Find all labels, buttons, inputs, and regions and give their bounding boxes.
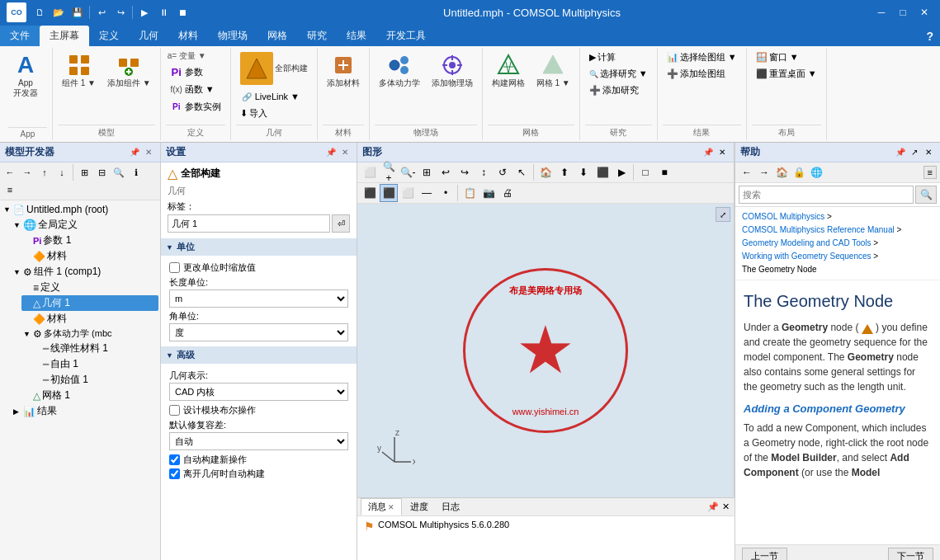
tree-comp1[interactable]: ▼ ⚙ 组件 1 (comp1) <box>12 264 158 280</box>
messages-pin-button[interactable]: 📌 <box>706 500 720 514</box>
repair-tol-select[interactable]: 自动手动 <box>169 432 348 450</box>
qa-save-button[interactable]: 💾 <box>68 3 87 21</box>
add-plot-button[interactable]: ➕ 添加绘图组 <box>663 66 730 82</box>
length-unit-select[interactable]: mcmmm <box>169 289 348 308</box>
nav-forward-button[interactable]: → <box>19 164 35 181</box>
build-mesh-button[interactable]: 构建网格 <box>488 49 529 91</box>
qa-stop-button[interactable]: ⏹ <box>173 3 191 21</box>
qa-new-button[interactable]: 🗋 <box>31 3 49 21</box>
params-button[interactable]: Pi 参数 <box>166 64 207 80</box>
select-study-button[interactable]: 🔍 选择研究 ▼ <box>585 66 652 82</box>
panel-close-button[interactable]: ✕ <box>142 146 155 159</box>
livelink-button[interactable]: 🔗 LiveLink ▼ <box>236 88 304 105</box>
gfx-sel-boundaries[interactable]: ⬜ <box>399 184 417 202</box>
messages-tab-progress[interactable]: 进度 <box>404 499 435 515</box>
tree-geom1[interactable]: △ 几何 1 <box>21 295 158 311</box>
select-plot-button[interactable]: 📊 选择绘图组 ▼ <box>663 49 741 65</box>
breadcrumb-geometry-sequences[interactable]: Working with Geometry Sequences <box>742 252 872 261</box>
scale-checkbox-input[interactable] <box>169 262 180 273</box>
settings-label-apply-button[interactable]: ⏎ <box>332 214 350 233</box>
help-menu-button[interactable]: ≡ <box>923 166 937 179</box>
help-home-button[interactable]: 🏠 <box>773 164 790 181</box>
gfx-orbit[interactable]: ↺ <box>494 163 512 181</box>
units-section-header[interactable]: ▼ 单位 <box>161 238 357 256</box>
advanced-section-header[interactable]: ▼ 高级 <box>161 346 357 364</box>
gfx-next-view[interactable]: ↪ <box>456 163 474 181</box>
messages-close-button[interactable]: ✕ <box>720 500 731 514</box>
messages-tab-log[interactable]: 日志 <box>435 499 466 515</box>
tree-free1[interactable]: ━ 自由 1 <box>31 356 158 372</box>
tab-devtools[interactable]: 开发工具 <box>376 26 436 46</box>
help-undock-button[interactable]: ↗ <box>908 146 921 159</box>
multibody-dynamics-button[interactable]: 多体动力学 <box>375 49 424 91</box>
help-close-button[interactable]: ✕ <box>922 146 935 159</box>
help-search-input[interactable] <box>739 186 914 204</box>
messages-tab-close[interactable]: ✕ <box>388 503 394 511</box>
settings-label-input[interactable] <box>168 214 330 233</box>
add-study-button[interactable]: ➕ 添加研究 <box>585 82 643 98</box>
gfx-select-all[interactable]: ⬛ <box>361 184 379 202</box>
function-button[interactable]: f(x) 函数 ▼ <box>166 81 219 97</box>
gfx-view-front[interactable]: ⬛ <box>593 163 612 181</box>
breadcrumb-ref-manual[interactable]: COMSOL Multiphysics Reference Manual <box>742 225 895 234</box>
panel-pin-button[interactable]: 📌 <box>128 146 141 159</box>
gfx-sel-points[interactable]: • <box>437 184 455 202</box>
expand-all-button[interactable]: ⊞ <box>76 164 92 181</box>
messages-tab-messages[interactable]: 消息 ✕ <box>361 498 402 515</box>
tree-materials-comp[interactable]: 🔶 材料 <box>21 311 158 327</box>
nav-down-button[interactable]: ↓ <box>54 164 70 181</box>
help-question-button[interactable]: ? <box>919 26 940 46</box>
gfx-screenshot[interactable]: 📷 <box>479 184 498 202</box>
help-next-button[interactable]: 下一节 <box>888 548 933 560</box>
compute-button[interactable]: ▶ 计算 <box>585 49 620 65</box>
info-button[interactable]: ℹ <box>128 164 144 181</box>
tree-multibody[interactable]: ▼ ⚙ 多体动力学 (mbc <box>21 327 158 341</box>
graphics-close-button[interactable]: ✕ <box>716 146 729 159</box>
window-button[interactable]: 🪟 窗口 ▼ <box>752 49 803 65</box>
gfx-view-right[interactable]: ▶ <box>612 163 631 181</box>
add-material-button[interactable]: 添加材料 <box>323 49 364 91</box>
gfx-view-top[interactable]: ⬆ <box>555 163 574 181</box>
gfx-select[interactable]: ↖ <box>513 163 531 181</box>
collapse-all-button[interactable]: ⊟ <box>93 164 110 181</box>
design-bool-input[interactable] <box>169 405 180 416</box>
tab-geometry[interactable]: 几何 <box>129 26 168 46</box>
reset-desktop-button[interactable]: ⬛ 重置桌面 ▼ <box>752 66 821 82</box>
qa-undo-button[interactable]: ↩ <box>92 3 111 21</box>
tree-params1[interactable]: Pi 参数 1 <box>21 233 158 248</box>
gfx-clipboard[interactable]: 📋 <box>461 184 479 202</box>
geom-rep-select[interactable]: CAD 内核 COMSOL 内核 <box>169 383 348 401</box>
tab-results[interactable]: 结果 <box>337 26 376 46</box>
tab-materials[interactable]: 材料 <box>168 26 208 46</box>
breadcrumb-geometry-tools[interactable]: Geometry Modeling and CAD Tools <box>742 238 872 247</box>
help-lock-button[interactable]: 🔒 <box>791 164 807 181</box>
help-search-button[interactable]: 🔍 <box>915 186 937 204</box>
leave-geom-input[interactable] <box>169 468 180 479</box>
tab-define[interactable]: 定义 <box>89 26 129 46</box>
expand-icon[interactable]: ⤢ <box>716 207 730 222</box>
gfx-zoom-extents[interactable]: ⬜ <box>361 163 379 181</box>
mesh-select-button[interactable]: 网格 1 ▼ <box>532 49 574 91</box>
settings-pin-button[interactable]: 📌 <box>324 146 338 159</box>
import-button[interactable]: ⬇ 导入 <box>236 106 272 121</box>
maximize-button[interactable]: □ <box>894 5 912 20</box>
tree-initial1[interactable]: ━ 初始值 1 <box>31 372 158 388</box>
nav-up-button[interactable]: ↑ <box>36 164 53 181</box>
tab-physics[interactable]: 物理场 <box>208 26 257 46</box>
qa-pause-button[interactable]: ⏸ <box>154 3 172 21</box>
gfx-pan[interactable]: ↕ <box>475 163 493 181</box>
tree-definitions[interactable]: ≡ 定义 <box>21 280 158 295</box>
tab-home[interactable]: 主屏幕 <box>40 26 89 46</box>
auto-build-input[interactable] <box>169 454 180 465</box>
help-back-button[interactable]: ← <box>739 164 755 181</box>
menu-button[interactable]: ≡ <box>2 181 18 198</box>
qa-redo-button[interactable]: ↪ <box>111 3 130 21</box>
close-button[interactable]: ✕ <box>915 5 933 20</box>
gfx-wireframe[interactable]: □ <box>636 163 654 181</box>
component-button[interactable]: 组件 1 ▼ <box>58 49 100 91</box>
settings-close-button[interactable]: ✕ <box>338 146 352 159</box>
app-developer-button[interactable]: A App开发器 <box>8 49 43 101</box>
breadcrumb-comsol[interactable]: COMSOL Multiphysics <box>742 212 824 221</box>
gfx-zoom-out[interactable]: 🔍- <box>399 163 417 181</box>
help-forward-button[interactable]: → <box>756 164 772 181</box>
